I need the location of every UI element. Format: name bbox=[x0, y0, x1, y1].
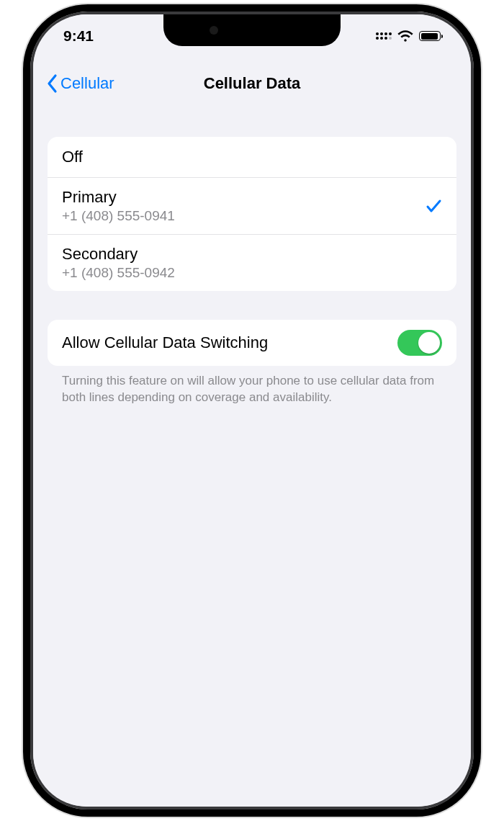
option-sub: +1 (408) 555-0942 bbox=[62, 265, 175, 281]
checkmark-icon bbox=[425, 197, 442, 215]
status-time: 9:41 bbox=[63, 27, 94, 45]
option-sub: +1 (408) 555-0941 bbox=[62, 208, 175, 224]
page-title: Cellular Data bbox=[204, 74, 301, 93]
option-secondary[interactable]: Secondary +1 (408) 555-0942 bbox=[48, 234, 456, 291]
nav-bar: Cellular Cellular Data bbox=[33, 58, 471, 109]
switching-group: Allow Cellular Data Switching bbox=[48, 320, 456, 366]
status-right bbox=[376, 30, 441, 42]
notch bbox=[163, 14, 341, 46]
switching-footer: Turning this feature on will allow your … bbox=[48, 366, 456, 406]
option-off[interactable]: Off bbox=[48, 137, 456, 177]
back-label: Cellular bbox=[60, 74, 114, 93]
option-label: Off bbox=[62, 148, 83, 166]
screen: 9:41 Cellular Cellular Data bbox=[33, 14, 471, 807]
option-label: Primary bbox=[62, 188, 175, 207]
back-button[interactable]: Cellular bbox=[46, 73, 114, 94]
data-line-group: Off Primary +1 (408) 555-0941 Secondary bbox=[48, 137, 456, 291]
option-label: Secondary bbox=[62, 245, 175, 264]
switching-label: Allow Cellular Data Switching bbox=[62, 333, 268, 352]
wifi-icon bbox=[397, 30, 413, 42]
chevron-left-icon bbox=[46, 73, 59, 94]
battery-icon bbox=[419, 31, 441, 41]
switching-toggle[interactable] bbox=[397, 330, 442, 356]
allow-switching-row[interactable]: Allow Cellular Data Switching bbox=[48, 320, 456, 366]
phone-frame: 9:41 Cellular Cellular Data bbox=[23, 4, 481, 817]
content: Off Primary +1 (408) 555-0941 Secondary bbox=[33, 137, 471, 406]
cellular-signal-icon bbox=[376, 32, 392, 40]
option-primary[interactable]: Primary +1 (408) 555-0941 bbox=[48, 177, 456, 234]
